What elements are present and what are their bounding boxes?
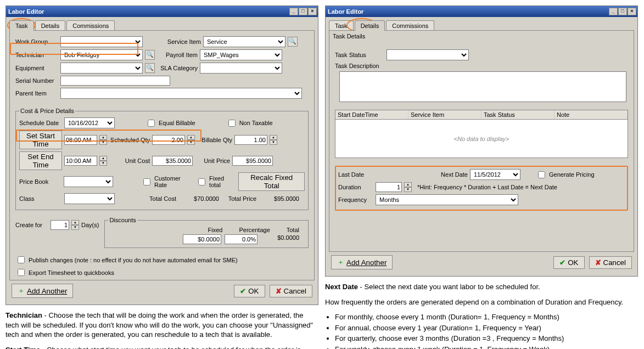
equal-billable-check[interactable]: Equal Billable <box>145 118 195 128</box>
next-date-select[interactable]: 11/5/2012 <box>470 169 520 180</box>
minimize-button[interactable]: _ <box>289 8 298 15</box>
x-icon: ✘ <box>276 287 282 295</box>
tab-task[interactable]: Task <box>329 20 354 31</box>
search-icon[interactable]: 🔍 <box>145 50 155 60</box>
label-task-status: Task Status <box>335 52 384 58</box>
publish-check[interactable]: Publish changes (note : no effect if you… <box>15 255 309 265</box>
window-title: Labor Editor <box>328 8 609 15</box>
label-last-date: Last Date <box>338 171 373 178</box>
label-create-for: Create for <box>15 222 48 228</box>
close-button[interactable]: × <box>308 8 317 15</box>
close-button[interactable]: × <box>628 8 636 15</box>
discounts-legend: Discounts <box>108 217 137 223</box>
duration-spinner[interactable]: ▲▼ <box>404 182 412 192</box>
price-book-select[interactable] <box>64 176 113 187</box>
equipment-select[interactable] <box>60 63 143 74</box>
desc-next-text: - Select the next date you want labor to… <box>358 283 540 291</box>
label-total-price: Total Price <box>221 195 256 202</box>
discount-pct-input[interactable] <box>225 234 257 244</box>
schedule-date-select[interactable]: 10/16/2012 <box>64 117 115 128</box>
label-parent-item: Parent Item <box>15 90 58 97</box>
tab-details[interactable]: Details <box>355 20 385 31</box>
service-item-select[interactable]: Service <box>203 36 285 47</box>
frequency-select[interactable]: Months <box>376 194 518 205</box>
desc-freq-list: For monthly, choose every 1 month (Durat… <box>325 312 638 349</box>
start-time-spinner[interactable]: ▲▼ <box>99 135 107 145</box>
label-fixed: Fixed <box>208 227 223 233</box>
fixed-total-check[interactable]: Fixed total <box>196 175 236 188</box>
window-title: Labor Editor <box>8 8 289 15</box>
tab-details[interactable]: Details <box>35 20 66 31</box>
scheduled-qty-spinner[interactable]: ▲▼ <box>187 135 195 145</box>
search-icon[interactable]: 🔍 <box>288 37 298 47</box>
grid-col-note: Note <box>555 110 628 119</box>
label-total-cost: Total Cost <box>117 195 176 202</box>
non-taxable-check[interactable]: Non Taxable <box>226 118 273 128</box>
maximize-button[interactable]: □ <box>299 8 307 15</box>
set-start-time-button[interactable]: Set Start Time <box>19 131 62 149</box>
label-equipment: Equipment <box>15 65 58 71</box>
billable-qty-spinner[interactable]: ▲▼ <box>270 135 277 145</box>
unit-price-input[interactable] <box>232 156 273 166</box>
task-grid-body: <No data to display> <box>335 120 628 158</box>
create-for-input[interactable] <box>51 220 69 230</box>
label-sla-category: SLA Category <box>157 65 198 71</box>
ok-button[interactable]: ✔OK <box>234 285 265 297</box>
add-another-button[interactable]: ＋Add Another <box>12 284 73 298</box>
class-select[interactable] <box>64 193 115 204</box>
desc-freq-intro: How frequently the orders are generated … <box>325 297 638 307</box>
ok-button[interactable]: ✔OK <box>553 256 584 269</box>
customer-rate-check[interactable]: Customer Rate <box>141 175 194 188</box>
cancel-button[interactable]: ✘Cancel <box>270 285 313 297</box>
label-schedule-date: Schedule Date <box>19 120 62 126</box>
list-item: For annual, choose every 1 year (Duratio… <box>335 323 638 333</box>
payroll-item-select[interactable]: SMP_Wages <box>200 49 282 60</box>
export-check[interactable]: Export Timesheet to quickbooks <box>15 267 309 278</box>
label-days: Day(s) <box>81 222 99 228</box>
billable-qty-input[interactable] <box>234 135 267 145</box>
start-time-input[interactable] <box>64 135 97 145</box>
tab-commissions[interactable]: Commissions <box>386 20 434 31</box>
desc-start-text: - Choose what start time you want your t… <box>5 346 301 349</box>
label-duration: Duration <box>338 184 373 190</box>
tab-task[interactable]: Task <box>9 20 34 31</box>
label-unit-price: Unit Price <box>195 157 230 164</box>
x-icon: ✘ <box>595 258 601 267</box>
label-total: Total <box>287 227 299 233</box>
generate-pricing-check[interactable]: Generate Pricing <box>536 170 595 180</box>
label-unit-cost: Unit Cost <box>109 157 150 164</box>
cancel-button[interactable]: ✘Cancel <box>589 256 632 269</box>
duration-input[interactable] <box>376 182 402 192</box>
end-time-spinner[interactable]: ▲▼ <box>99 156 107 166</box>
minimize-button[interactable]: _ <box>609 8 618 15</box>
discount-fixed-input[interactable] <box>183 234 221 244</box>
technician-select[interactable]: Bob Fieldguy <box>60 49 143 60</box>
maximize-button[interactable]: □ <box>618 8 627 15</box>
set-end-time-button[interactable]: Set End Time <box>19 151 62 170</box>
titlebar: Labor Editor _ □ × <box>6 6 318 17</box>
discounts-fieldset: Discounts Fixed Percentage Total $0.0000 <box>104 217 309 248</box>
desc-start-title: Start Time <box>5 346 40 349</box>
discount-total-value: $0.0000 <box>261 234 299 244</box>
create-for-spinner[interactable]: ▲▼ <box>71 220 79 230</box>
scheduled-qty-input[interactable] <box>152 135 185 145</box>
work-group-select[interactable] <box>60 36 143 47</box>
list-item: For monthly, choose every 1 month (Durat… <box>335 312 638 322</box>
list-item: For quarterly, choose ever 3 months (Dur… <box>335 334 638 344</box>
end-time-input[interactable] <box>64 156 97 166</box>
task-description-text[interactable] <box>339 71 626 102</box>
task-status-select[interactable] <box>387 49 469 60</box>
cost-price-legend: Cost & Price Details <box>19 108 75 114</box>
hint-text: *Hint: Frequency * Duration + Last Date … <box>417 184 557 190</box>
list-item: For weekly, choose every 1 week (Duratio… <box>335 345 638 349</box>
check-icon: ✔ <box>240 287 246 295</box>
sla-category-select[interactable] <box>200 63 282 74</box>
search-icon[interactable]: 🔍 <box>145 63 155 73</box>
parent-item-select[interactable] <box>60 88 302 99</box>
recalc-fixed-button[interactable]: Recalc Fixed Total <box>238 172 305 191</box>
no-data-text: <No data to display> <box>454 136 509 142</box>
serial-number-input[interactable] <box>60 76 170 86</box>
tab-commissions[interactable]: Commissions <box>66 20 115 31</box>
add-another-button[interactable]: ＋Add Another <box>331 255 393 269</box>
unit-cost-input[interactable] <box>152 156 193 166</box>
